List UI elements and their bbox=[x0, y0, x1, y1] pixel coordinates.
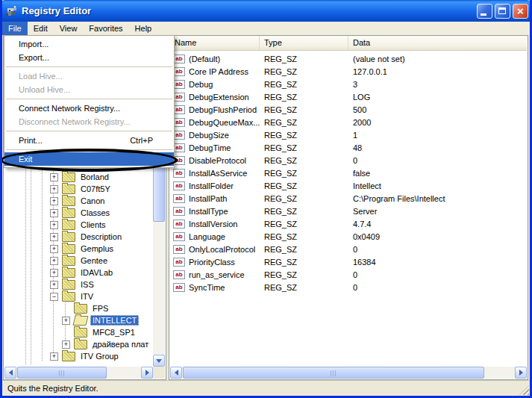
tree-item-label[interactable]: драйвера плат bbox=[90, 339, 151, 349]
registry-value-row[interactable]: abDebugTimeREG_SZ48 bbox=[170, 141, 527, 154]
tree-item-iss[interactable]: +ISS bbox=[4, 279, 152, 290]
tree-expander[interactable]: + bbox=[50, 257, 58, 265]
tree-item-c07ft5y[interactable]: +C07ft5Y bbox=[4, 183, 152, 195]
tree-expander[interactable]: + bbox=[50, 209, 58, 217]
close-button[interactable] bbox=[513, 4, 528, 19]
tree-item-label[interactable]: FPS bbox=[90, 303, 110, 314]
tree-item-label[interactable]: Gentee bbox=[78, 255, 110, 266]
tree-expander[interactable]: + bbox=[50, 173, 58, 181]
registry-value-row[interactable]: abInstallPathREG_SZC:\Program Files\Inte… bbox=[170, 192, 527, 205]
registry-value-row[interactable]: abOnlyLocalProtocolREG_SZ0 bbox=[170, 243, 527, 255]
scroll-right-button[interactable] bbox=[141, 367, 153, 379]
tree-item-fps[interactable]: FPS bbox=[4, 302, 152, 314]
tree-item-intellect[interactable]: +INTELLECT bbox=[4, 314, 152, 326]
registry-value-row[interactable]: abDebugFlushPeriodREG_SZ500 bbox=[170, 103, 527, 116]
minimize-button[interactable] bbox=[477, 4, 492, 19]
registry-value-row[interactable]: abInstallAsServiceREG_SZfalse bbox=[170, 167, 527, 179]
tree-item-itv-group[interactable]: +ITV Group bbox=[4, 350, 152, 362]
string-value-icon: ab bbox=[173, 220, 185, 228]
file-menu-item-export[interactable]: Export... bbox=[4, 51, 174, 64]
tree-expander[interactable]: + bbox=[50, 197, 58, 205]
tree-item-label[interactable]: IDAVLab bbox=[78, 267, 115, 278]
scroll-left-button[interactable] bbox=[170, 367, 182, 379]
tree-expander[interactable]: + bbox=[50, 233, 58, 241]
tree-item-label[interactable]: ITV bbox=[78, 291, 96, 302]
menu-edit[interactable]: Edit bbox=[28, 22, 54, 35]
tree-item-idavlab[interactable]: +IDAVLab bbox=[4, 267, 152, 279]
registry-value-row[interactable]: abSyncTimeREG_SZ0 bbox=[170, 281, 527, 293]
menu-separator bbox=[6, 149, 172, 150]
list-horizontal-scrollbar[interactable] bbox=[170, 367, 527, 379]
tree-expander[interactable]: + bbox=[50, 352, 58, 361]
scroll-down-button[interactable] bbox=[153, 355, 165, 367]
column-header-data[interactable]: Data bbox=[348, 36, 527, 50]
tree-item-label[interactable]: Clients bbox=[78, 220, 108, 230]
menu-file[interactable]: File bbox=[2, 22, 28, 35]
registry-value-row[interactable]: abLanguageREG_SZ0x0409 bbox=[170, 230, 527, 243]
value-name-cell: abDebugExtension bbox=[170, 93, 260, 102]
file-menu-item-exit[interactable]: Exit bbox=[4, 152, 174, 166]
tree-item-label[interactable]: MFC8_SP1 bbox=[90, 327, 137, 338]
value-name-cell: abCore IP Address bbox=[170, 67, 260, 76]
registry-value-row[interactable]: ab(Default)REG_SZ(value not set) bbox=[170, 52, 527, 65]
column-header-name[interactable]: Name bbox=[170, 36, 260, 50]
menu-favorites[interactable]: Favorites bbox=[83, 22, 128, 35]
list-header: NameTypeData bbox=[170, 36, 527, 51]
menu-help[interactable]: Help bbox=[129, 22, 158, 35]
tree-item-classes[interactable]: +Classes bbox=[4, 207, 152, 219]
registry-value-row[interactable]: abDebugREG_SZ3 bbox=[170, 78, 527, 90]
tree-item-label[interactable]: Classes bbox=[78, 208, 112, 218]
tree-item-clients[interactable]: +Clients bbox=[4, 219, 152, 231]
tree-item-mfc8-sp1[interactable]: MFC8_SP1 bbox=[4, 326, 152, 338]
registry-value-row[interactable]: abDebugQueueMax...REG_SZ2000 bbox=[170, 116, 527, 128]
tree-item-label[interactable]: ITV Group bbox=[78, 351, 121, 361]
title-bar[interactable]: Registry Editor bbox=[0, 0, 532, 22]
tree-expander[interactable]: + bbox=[50, 221, 58, 229]
tree-item-itv[interactable]: −ITV bbox=[4, 290, 152, 302]
tree-expander[interactable]: + bbox=[62, 341, 70, 349]
column-header-type[interactable]: Type bbox=[260, 36, 348, 50]
tree-item-canon[interactable]: +Canon bbox=[4, 195, 152, 207]
tree-vertical-scroll-thumb[interactable] bbox=[153, 165, 165, 222]
registry-app-icon[interactable] bbox=[5, 5, 18, 17]
tree-item-label[interactable]: C07ft5Y bbox=[78, 184, 113, 194]
tree-expander[interactable]: + bbox=[50, 245, 58, 253]
scroll-right-button[interactable] bbox=[515, 367, 527, 379]
tree-horizontal-scroll-thumb[interactable] bbox=[17, 367, 107, 379]
tree-horizontal-scrollbar[interactable] bbox=[4, 367, 153, 379]
tree-item-label[interactable]: Borland bbox=[78, 172, 111, 182]
registry-value-row[interactable]: abDisableProtocolREG_SZ0 bbox=[170, 154, 527, 167]
registry-value-row[interactable]: abrun_as_serviceREG_SZ0 bbox=[170, 268, 527, 281]
registry-value-row[interactable]: abInstallFolderREG_SZIntellect bbox=[170, 179, 527, 192]
tree-item-label[interactable]: Canon bbox=[78, 196, 107, 206]
scroll-left-button[interactable] bbox=[4, 367, 16, 379]
tree-expander[interactable]: + bbox=[50, 269, 58, 277]
tree-item-драйвера-плат[interactable]: +драйвера плат bbox=[4, 338, 152, 350]
tree-expander[interactable]: − bbox=[50, 293, 58, 301]
tree-expander[interactable]: + bbox=[62, 317, 70, 325]
tree-item-gemplus[interactable]: +Gemplus bbox=[4, 243, 152, 255]
registry-value-row[interactable]: abDebugSizeREG_SZ1 bbox=[170, 128, 527, 141]
tree-expander[interactable]: + bbox=[50, 185, 58, 193]
maximize-button[interactable] bbox=[495, 4, 510, 19]
list-horizontal-scroll-thumb[interactable] bbox=[183, 367, 484, 379]
tree-item-label[interactable]: ISS bbox=[78, 279, 96, 290]
tree-item-gentee[interactable]: +Gentee bbox=[4, 255, 152, 267]
registry-value-row[interactable]: abInstallTypeREG_SZServer bbox=[170, 205, 527, 217]
tree-item-description[interactable]: +Description bbox=[4, 231, 152, 243]
menu-view[interactable]: View bbox=[54, 22, 84, 35]
registry-value-row[interactable]: abInstallVersionREG_SZ4.7.4 bbox=[170, 217, 527, 230]
registry-value-row[interactable]: abPriorityClassREG_SZ16384 bbox=[170, 255, 527, 268]
tree-expander[interactable]: + bbox=[50, 281, 58, 289]
registry-value-row[interactable]: abDebugExtensionREG_SZLOG bbox=[170, 90, 527, 103]
tree-item-label[interactable]: Description bbox=[78, 231, 124, 242]
tree-item-label[interactable]: INTELLECT bbox=[90, 315, 139, 326]
registry-value-row[interactable]: abCore IP AddressREG_SZ127.0.0.1 bbox=[170, 65, 527, 78]
resize-grip[interactable] bbox=[519, 385, 529, 395]
file-menu-item-import[interactable]: Import... bbox=[4, 37, 174, 51]
value-type-cell: REG_SZ bbox=[260, 169, 348, 178]
file-menu-item-connect-network-registry[interactable]: Connect Network Registry... bbox=[4, 102, 174, 115]
tree-item-borland[interactable]: +Borland bbox=[4, 171, 152, 183]
tree-item-label[interactable]: Gemplus bbox=[78, 243, 116, 254]
file-menu-item-print[interactable]: Print...Ctrl+P bbox=[4, 134, 174, 147]
